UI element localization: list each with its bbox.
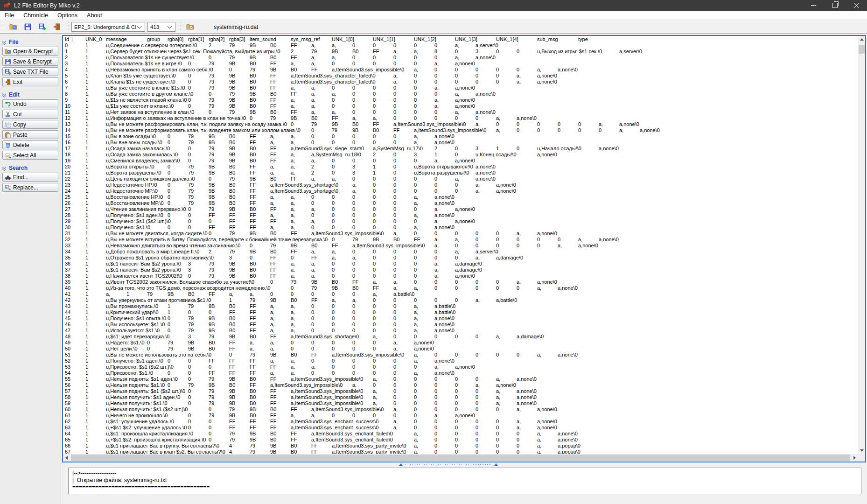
toolbar: EP2_5: Underground & Classi 413 systemms… [0, 20, 867, 34]
savetxt-icon [4, 68, 12, 75]
toolbar-grip[interactable] [2, 22, 4, 31]
sidebar-item-label: Replace... [13, 184, 38, 191]
version-select[interactable]: 413 [147, 22, 175, 32]
splitter-grip-icon [406, 464, 491, 465]
sidebar-group-file: FileOpen & DecryptSave & EncryptSave TXT… [1, 38, 59, 86]
sidebar-item-replace[interactable]: Replace... [2, 183, 58, 192]
cut-icon [4, 111, 12, 118]
sidebar-item-label: Copy [13, 121, 26, 128]
title-bar: L2 File Editor By Miko v.2 [0, 0, 867, 11]
log-content[interactable]: |-->------------------- | Открытие файла… [69, 468, 861, 491]
chevron-down-icon [137, 24, 142, 28]
sidebar-item-label: Paste [13, 132, 28, 138]
open-icon [4, 48, 12, 55]
sidebar-group-edit: EditUndoCutCopyPasteDeleteSelect All [1, 91, 59, 160]
savetxt-icon[interactable] [37, 22, 47, 31]
app-window: { "colors": { "titlebar_bg": "#3b3b3b", … [0, 0, 867, 504]
sidebar-item-label: Save & Encrypt [13, 58, 52, 65]
splitter-arrow-icon [494, 463, 498, 466]
group-header-search[interactable]: Search [1, 164, 59, 172]
app-icon [4, 2, 11, 9]
sidebar-item-label: Find... [13, 174, 28, 181]
sidebar-item-label: Open & Decrypt [13, 48, 53, 55]
group-header-file[interactable]: File [1, 38, 59, 46]
chronicle-select[interactable]: EP2_5: Underground & Classi [71, 22, 145, 32]
sidebar-item-copy[interactable]: Copy [2, 120, 58, 129]
exit-icon[interactable] [51, 22, 62, 31]
menu-item-options[interactable]: Options [53, 11, 82, 20]
log-splitter[interactable] [399, 463, 498, 467]
menu-item-file[interactable]: File [0, 11, 19, 20]
sidebar-item-label: Undo [13, 101, 27, 107]
chevron-down-icon [168, 24, 172, 28]
collapse-chevron-icon [3, 40, 7, 44]
menu-item-about[interactable]: About [82, 11, 107, 20]
find-icon [4, 174, 12, 181]
sidebar-item-paste[interactable]: Paste [2, 130, 58, 139]
table-content[interactable]: Id UNK_0 message group rgba[0] rgba[1] r… [65, 36, 857, 454]
sidebar-item-select-all[interactable]: Select All [2, 151, 58, 160]
sidebar-item-label: Delete [13, 142, 29, 148]
vertical-scroll-thumb[interactable] [859, 45, 865, 54]
open-icon[interactable] [8, 22, 18, 31]
scroll-left-icon[interactable] [65, 456, 68, 460]
sidebar-item-cut[interactable]: Cut [2, 110, 58, 119]
splitter-arrow-icon [399, 463, 403, 466]
minimize-button[interactable] [803, 0, 824, 11]
scroll-right-icon[interactable] [853, 456, 856, 460]
open-file-label: systemmsg-ru.dat [214, 24, 258, 30]
maximize-icon [832, 3, 838, 8]
sidebar-item-undo[interactable]: Undo [2, 99, 58, 108]
chronicle-select-value: EP2_5: Underground & Classi [72, 24, 136, 30]
sidebar-item-label: Save TXT File [13, 69, 49, 75]
close-button[interactable] [846, 0, 867, 11]
undo-icon [4, 100, 12, 107]
group-label: Edit [9, 91, 20, 98]
window-controls [803, 0, 867, 11]
maximize-button[interactable] [824, 0, 846, 11]
save-icon[interactable] [22, 22, 33, 31]
window-title: L2 File Editor By Miko v.2 [14, 2, 80, 9]
save-icon [4, 58, 12, 65]
toolbar-grip[interactable] [180, 22, 182, 31]
folder-gear-icon [185, 22, 195, 31]
collapse-chevron-icon [3, 166, 7, 170]
version-select-value: 413 [148, 24, 166, 30]
sidebar-item-label: Exit [13, 79, 22, 85]
group-label: File [9, 39, 19, 45]
sidebar-group-search: SearchFind...Replace... [1, 164, 59, 192]
sidebar-item-save-txt[interactable]: Save TXT File [2, 67, 58, 76]
sidebar-item-find[interactable]: Find... [2, 173, 58, 182]
menu-item-chronicle[interactable]: Chronicle [19, 11, 53, 20]
exit-icon [4, 78, 12, 85]
sidebar-item-delete[interactable]: Delete [2, 140, 58, 149]
sidebar-item-open-decrypt[interactable]: Open & Decrypt [2, 47, 58, 56]
collapse-chevron-icon [3, 92, 7, 97]
minimize-icon [811, 5, 816, 6]
close-icon [854, 3, 859, 8]
horizontal-scrollbar[interactable] [63, 454, 858, 462]
sidebar: FileOpen & DecryptSave & EncryptSave TXT… [0, 34, 61, 504]
sidebar-item-label: Select All [13, 152, 36, 159]
sidebar-item-label: Cut [13, 111, 22, 118]
vertical-scrollbar[interactable] [858, 36, 865, 454]
scrollbar-corner [858, 454, 865, 462]
scroll-up-icon[interactable] [860, 38, 864, 41]
delete-icon [4, 141, 12, 148]
text-caret [72, 37, 72, 42]
menu-bar: FileChronicleOptionsAbout [0, 11, 867, 20]
selectall-icon [4, 152, 12, 159]
group-header-edit[interactable]: Edit [1, 91, 59, 98]
toolbar-grip[interactable] [68, 22, 70, 31]
data-table: Id UNK_0 message group rgba[0] rgba[1] r… [62, 35, 866, 462]
log-panel: |-->------------------- | Открытие файла… [68, 468, 861, 494]
copy-icon [4, 121, 12, 128]
group-label: Search [9, 165, 28, 171]
horizontal-scroll-thumb[interactable] [71, 455, 850, 461]
scroll-down-icon[interactable] [860, 449, 864, 452]
sidebar-item-save-encrypt[interactable]: Save & Encrypt [2, 57, 58, 66]
sidebar-item-exit[interactable]: Exit [2, 77, 58, 86]
replace-icon [4, 184, 12, 191]
paste-icon [4, 131, 12, 138]
